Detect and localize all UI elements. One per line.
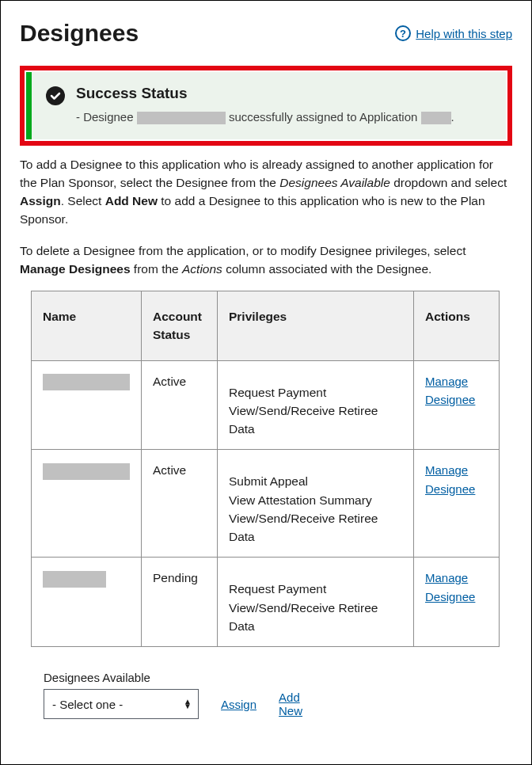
instruction-paragraph-2: To delete a Designee from the applicatio…	[20, 242, 512, 279]
alert-title: Success Status	[76, 85, 454, 102]
page-title: Designees	[20, 20, 139, 47]
redacted-name	[43, 571, 106, 588]
table-row: Pending Request Payment View/Send/Receiv…	[32, 558, 500, 647]
help-icon: ?	[395, 25, 411, 41]
footer-row: - Select one - ▲▼ Assign Add New	[44, 689, 512, 719]
designees-available-select[interactable]: - Select one - ▲▼	[44, 689, 199, 719]
cell-status: Active	[142, 360, 218, 450]
col-actions: Actions	[414, 291, 500, 361]
success-highlight: Success Status - Designee successfully a…	[20, 66, 512, 146]
cell-actions: Manage Designee	[414, 558, 500, 647]
designees-table: Name Account Status Privileges Actions A…	[31, 291, 500, 647]
instructions: To add a Designee to this application wh…	[20, 155, 512, 279]
page-container: Designees ? Help with this step Success …	[0, 0, 532, 765]
cell-privileges: Request Payment View/Send/Receive Retire…	[218, 558, 414, 647]
col-name: Name	[32, 291, 142, 361]
manage-designee-link[interactable]: Manage Designee	[425, 375, 475, 407]
instruction-paragraph-1: To add a Designee to this application wh…	[20, 155, 512, 229]
alert-message: - Designee successfully assigned to Appl…	[76, 108, 454, 127]
table-row: Active Request Payment View/Send/Receive…	[32, 360, 500, 450]
assign-link[interactable]: Assign	[221, 698, 256, 711]
col-privileges: Privileges	[218, 291, 414, 361]
add-new-link[interactable]: Add New	[279, 691, 304, 718]
redacted-application-id	[421, 112, 451, 124]
manage-designee-link[interactable]: Manage Designee	[425, 463, 475, 496]
help-link-label: Help with this step	[416, 27, 512, 40]
cell-privileges: Submit Appeal View Attestation Summary V…	[218, 450, 414, 558]
cell-privileges: Request Payment View/Send/Receive Retire…	[218, 360, 414, 450]
redacted-name	[43, 374, 130, 390]
cell-actions: Manage Designee	[414, 450, 500, 558]
select-value: - Select one -	[52, 698, 123, 711]
cell-status: Pending	[142, 558, 218, 647]
cell-status: Active	[142, 450, 218, 558]
cell-name	[32, 360, 142, 450]
table-header-row: Name Account Status Privileges Actions	[32, 291, 500, 361]
redacted-name	[43, 463, 130, 480]
check-circle-icon	[46, 86, 65, 105]
chevron-sort-icon: ▲▼	[184, 699, 192, 709]
header-row: Designees ? Help with this step	[20, 20, 512, 47]
alert-body: Success Status - Designee successfully a…	[76, 85, 454, 127]
col-status: Account Status	[142, 291, 218, 361]
cell-name	[32, 558, 142, 647]
designees-available-label: Designees Available	[44, 671, 512, 684]
cell-name	[32, 450, 142, 558]
svg-text:?: ?	[400, 28, 406, 40]
redacted-designee-name	[137, 112, 226, 124]
assign-section: Designees Available - Select one - ▲▼ As…	[44, 671, 512, 719]
manage-designee-link[interactable]: Manage Designee	[425, 571, 475, 603]
success-alert: Success Status - Designee successfully a…	[26, 72, 506, 139]
help-link[interactable]: ? Help with this step	[395, 25, 512, 41]
table-row: Active Submit Appeal View Attestation Su…	[32, 450, 500, 558]
cell-actions: Manage Designee	[414, 360, 500, 450]
